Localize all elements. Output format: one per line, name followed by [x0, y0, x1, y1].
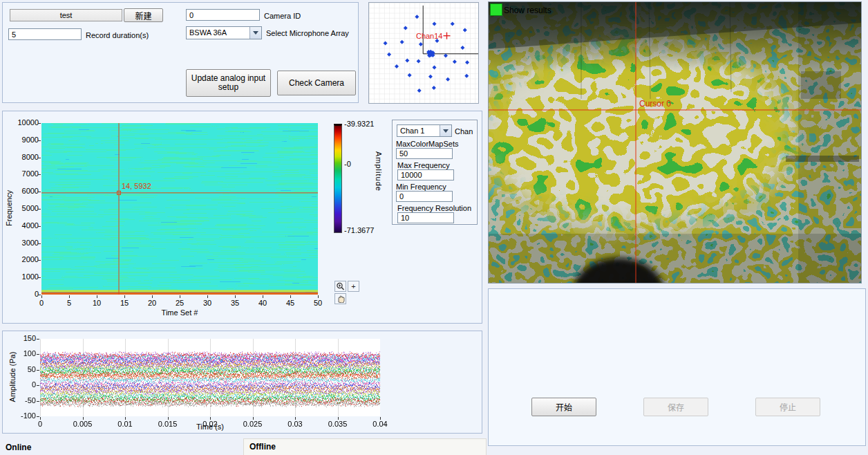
tick-label: 0.025: [239, 420, 267, 428]
tick-label: 0: [29, 299, 54, 307]
tick-mark: [38, 295, 41, 295]
mic-array-scatter[interactable]: Chan14: [369, 3, 478, 103]
colorbar-min-label: -71.3677: [344, 226, 374, 234]
tick-mark: [37, 339, 39, 340]
tick-mark: [37, 385, 39, 386]
tick-label: 7000: [6, 169, 39, 178]
min-frequency-label: Min Frequency: [396, 183, 446, 191]
camera-id-input[interactable]: [186, 9, 260, 21]
show-results-led[interactable]: [490, 3, 502, 16]
tick-label: 150: [7, 334, 36, 342]
tick-mark: [38, 174, 41, 175]
max-colormap-input[interactable]: [396, 148, 453, 159]
tick-mark: [83, 417, 84, 420]
show-results-indicator[interactable]: Show results: [490, 3, 551, 16]
channel-dropdown[interactable]: Chan 1: [397, 124, 452, 137]
camera-view[interactable]: Cursor 0 Show results: [488, 1, 862, 284]
check-camera-button[interactable]: Check Camera: [277, 71, 356, 95]
tick-label: 100: [7, 349, 36, 358]
tick-mark: [38, 260, 41, 261]
offline-status-label: Offline: [244, 439, 486, 454]
tick-mark: [38, 243, 41, 244]
hand-icon: [337, 295, 345, 303]
waveform-plot[interactable]: [40, 339, 380, 416]
tick-label: 0: [26, 420, 54, 428]
tick-mark: [38, 277, 41, 278]
pan-tool-icon[interactable]: [334, 293, 346, 304]
online-status-label: Online: [6, 443, 31, 452]
tick-mark: [97, 295, 97, 298]
spectrogram-x-axis-title: Time Set #: [124, 308, 235, 317]
tick-label: 0: [7, 380, 36, 389]
tick-mark: [38, 192, 41, 192]
tick-label: 40: [250, 299, 275, 307]
mic-array-value: BSWA 36A: [189, 28, 227, 37]
spectrogram-heatmap[interactable]: 14, 5932: [41, 123, 318, 295]
labeled-channel-text: Chan14: [416, 32, 443, 40]
tick-label: 25: [167, 299, 192, 307]
tick-label: 0.015: [154, 420, 182, 428]
min-frequency-input[interactable]: [396, 191, 453, 202]
save-button[interactable]: 保存: [643, 398, 708, 416]
tick-mark: [290, 295, 291, 298]
record-duration-label: Record duration(s): [86, 31, 149, 39]
tick-label: 20: [140, 299, 164, 307]
start-button[interactable]: 开始: [531, 398, 596, 416]
max-frequency-input[interactable]: [397, 169, 454, 180]
tick-mark: [38, 140, 41, 141]
frequency-resolution-input[interactable]: [397, 212, 454, 223]
tick-label: 0.01: [111, 420, 139, 428]
tick-label: -50: [7, 396, 36, 405]
stop-button[interactable]: 停止: [755, 398, 820, 416]
acoustic-overlay-image[interactable]: Cursor 0: [489, 2, 861, 283]
display-settings-box: Chan 1 Chan MaxColorMapSets Max Frequenc…: [392, 120, 478, 225]
tick-mark: [38, 158, 41, 158]
tick-mark: [180, 295, 180, 298]
tick-label: 9000: [6, 136, 39, 144]
spectrogram-cursor-label: 14, 5932: [122, 182, 151, 190]
tick-mark: [168, 417, 169, 420]
grid-background: [369, 3, 478, 103]
tick-label: 3000: [6, 239, 39, 247]
chevron-down-icon[interactable]: [249, 27, 261, 39]
tick-mark: [125, 417, 126, 420]
tick-label: 15: [112, 299, 137, 307]
max-colormap-label: MaxColorMapSets: [396, 140, 458, 148]
tick-mark: [38, 209, 41, 210]
spectrogram-plot[interactable]: 14, 5932: [41, 123, 318, 295]
config-panel: test 新建 Record duration(s) Camera ID BSW…: [2, 2, 359, 103]
mic-array-dropdown[interactable]: BSWA 36A: [186, 26, 262, 39]
tick-label: 50: [7, 365, 36, 373]
tick-mark: [124, 295, 125, 298]
result-panel: 开始 保存 停止: [488, 288, 866, 446]
record-duration-input[interactable]: [8, 28, 82, 40]
tick-label: 0.02: [196, 420, 224, 428]
zoom-tool-icon[interactable]: [334, 281, 346, 292]
cursor-tool-icon[interactable]: +: [348, 281, 359, 292]
frequency-resolution-label: Frequency Resolution: [397, 204, 471, 212]
tick-mark: [41, 295, 42, 298]
tick-label: 0.03: [281, 420, 309, 428]
tick-mark: [295, 417, 296, 420]
chevron-down-icon[interactable]: [440, 125, 451, 136]
tick-mark: [40, 417, 41, 420]
update-analog-input-button[interactable]: Update analog input setup: [186, 69, 271, 97]
amplitude-colorbar: [334, 124, 342, 233]
tick-mark: [38, 123, 41, 124]
magnifier-icon: [336, 282, 345, 291]
tick-mark: [37, 416, 39, 417]
show-results-label: Show results: [504, 3, 551, 15]
tick-mark: [69, 295, 70, 298]
waveform-panel: Amplitude (Pa) Time (s) 150100500-50-100…: [2, 331, 482, 434]
tick-label: 45: [278, 299, 303, 307]
mic-array-plot[interactable]: Chan14: [368, 2, 479, 104]
colorbar-title: Amplitude: [375, 151, 383, 192]
tick-mark: [210, 417, 211, 420]
tick-label: 10000: [6, 118, 39, 127]
tick-label: 35: [223, 299, 247, 307]
tick-mark: [263, 295, 263, 298]
new-button[interactable]: 新建: [124, 8, 163, 22]
spectrogram-bottom-band: [41, 290, 318, 292]
tick-mark: [207, 295, 208, 298]
test-name-field[interactable]: test: [10, 9, 122, 21]
